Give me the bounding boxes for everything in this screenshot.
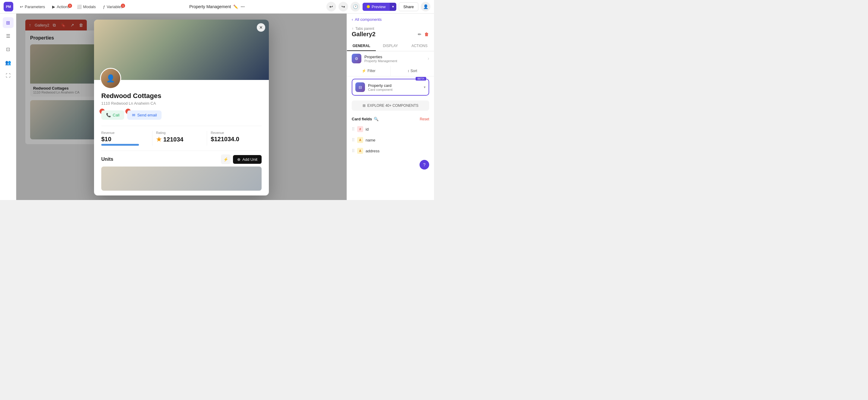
redo-btn[interactable]: ↪	[338, 2, 348, 11]
modal-units-header: Units ⚡ ⊕ Add Unit	[101, 150, 261, 167]
user-avatar[interactable]: 👤	[421, 2, 430, 11]
actions-badge: 3	[68, 4, 72, 8]
modal-header-image: ✕ 👤	[94, 20, 269, 80]
tab-general[interactable]: GENERAL	[347, 41, 376, 51]
nav-actions[interactable]: ▶ Actions 3	[49, 3, 73, 10]
back-icon: ‹	[352, 17, 353, 22]
nav-right: ↩ ↪ 🕐 Preview ▾ Share 👤	[327, 2, 430, 11]
units-actions: ⚡ ⊕ Add Unit	[221, 154, 261, 164]
sidebar-components[interactable]: ⊞	[3, 17, 13, 28]
parameters-icon: ↩	[20, 4, 23, 9]
field-type-address: A	[357, 148, 363, 154]
property-card-expand[interactable]: ▾	[424, 85, 426, 89]
field-row-name: ⠿ A name	[347, 135, 434, 145]
call-icon: 📞	[106, 113, 111, 117]
modal-subtitle: 1110 Redwood Ln Anaheim CA	[101, 101, 261, 106]
modal-title: Redwood Cottages	[101, 92, 261, 100]
sidebar-users[interactable]: 👥	[3, 57, 13, 68]
component-delete-btn[interactable]: 🗑	[424, 31, 429, 37]
drag-handle-id[interactable]: ⠿	[352, 127, 355, 132]
variables-icon: ƒ	[103, 4, 105, 9]
sort-button[interactable]: ↕ Sort	[391, 66, 434, 76]
email-btn-wrapper: ! ✉ Send email	[127, 110, 161, 120]
component-edit-btn[interactable]: ✏	[417, 31, 422, 37]
units-filter-button[interactable]: ⚡	[221, 154, 230, 164]
data-source-row[interactable]: ⚙ Properties Property Management ›	[347, 51, 434, 66]
field-name-name: name	[366, 138, 375, 142]
stat1-bar	[101, 144, 139, 146]
preview-dot	[367, 5, 370, 8]
modal: ✕ 👤 Redwood Cottages 1110 Redwood Ln Ana…	[94, 20, 269, 196]
panel-back-link[interactable]: ‹ All components	[347, 13, 434, 24]
share-button[interactable]: Share	[399, 2, 418, 11]
filter-button[interactable]: ⚡ Filter	[347, 66, 391, 76]
property-card-subtitle: Card component	[368, 88, 393, 91]
filter-sort-row: ⚡ Filter ↕ Sort	[347, 66, 434, 76]
stat3-label: Revenue	[211, 131, 258, 135]
call-button[interactable]: 📞 Call	[101, 110, 124, 120]
preview-btn-group: Preview ▾	[363, 3, 396, 11]
stat-rating: Rating ★ 121034	[153, 131, 207, 146]
tabs-parent-icon: ↑	[352, 27, 353, 31]
property-card-selected-left: ⊟ Property card Card component ▾	[355, 82, 426, 92]
drag-handle-address[interactable]: ⠿	[352, 148, 355, 153]
modal-close-button[interactable]: ✕	[257, 23, 265, 32]
modal-stats: Revenue $10 Rating ★ 121034	[101, 126, 261, 146]
more-icon[interactable]: •••	[241, 4, 245, 9]
component-action-btns: ✏ 🗑	[417, 31, 429, 37]
stat-revenue-2: Revenue $121034.0	[207, 131, 261, 146]
email-button[interactable]: ✉ Send email	[127, 110, 161, 120]
stat1-label: Revenue	[101, 131, 149, 135]
nav-modals[interactable]: ⬜ Modals	[74, 3, 99, 10]
undo-btn[interactable]: ↩	[327, 2, 336, 11]
drag-handle-name[interactable]: ⠿	[352, 138, 355, 142]
explore-components-button[interactable]: ⊞ EXPLORE 40+ COMPONENTS	[352, 101, 429, 111]
data-source-icon: ⚙	[352, 54, 361, 63]
app-logo[interactable]: PM	[4, 2, 13, 11]
property-card-selected-row[interactable]: BETA ⊟ Property card Card component ▾	[352, 79, 429, 96]
data-source-subtitle: Property Management	[364, 59, 397, 63]
grid-icon: ⊞	[363, 104, 366, 108]
component-name-row: Gallery2 ✏ 🗑	[347, 31, 434, 41]
modal-actions: ! 📞 Call ! ✉ Send email	[101, 110, 261, 120]
variables-badge: 1	[121, 4, 125, 8]
unit-image-preview	[101, 167, 261, 191]
left-sidebar: ⊞ ☰ ⊡ 👥 ⛶	[0, 13, 16, 200]
field-name-address: address	[366, 149, 379, 153]
reset-button[interactable]: Reset	[420, 117, 429, 121]
data-source-title: Properties	[364, 55, 397, 59]
modal-profile-avatar: 👤	[100, 68, 121, 89]
app-title-area: Property Management ✏️ •••	[189, 4, 245, 9]
add-unit-button[interactable]: ⊕ Add Unit	[233, 155, 261, 164]
help-button[interactable]: ?	[420, 160, 429, 170]
modals-icon: ⬜	[77, 4, 82, 9]
tab-actions[interactable]: ACTIONS	[405, 41, 434, 51]
history-btn[interactable]: 🕐	[350, 2, 360, 11]
search-icon[interactable]: 🔍	[374, 117, 378, 121]
sidebar-diagram[interactable]: ⛶	[3, 70, 13, 81]
modal-body: Redwood Cottages 1110 Redwood Ln Anaheim…	[94, 80, 269, 196]
modal-profile-image: 👤	[101, 69, 120, 88]
stat3-value: $121034.0	[211, 136, 258, 143]
filter-icon-small: ⚡	[362, 69, 366, 73]
navbar: PM ↩ Parameters ▶ Actions 3 ⬜ Modals ƒ V…	[0, 0, 434, 13]
stat2-label: Rating	[156, 131, 204, 135]
preview-arrow-button[interactable]: ▾	[390, 3, 396, 11]
preview-button[interactable]: Preview	[363, 3, 390, 11]
sidebar-layers[interactable]: ☰	[3, 30, 13, 41]
field-row-id: ⠿ # id	[347, 124, 434, 135]
nav-variables[interactable]: ƒ Variables 1	[100, 3, 126, 10]
app-title: Property Management	[189, 4, 231, 9]
email-icon: ✉	[132, 113, 135, 117]
nav-parameters[interactable]: ↩ Parameters	[17, 3, 48, 10]
tabs-parent-label: ↑ Tabs parent	[347, 24, 434, 31]
units-label: Units	[101, 156, 113, 162]
actions-icon: ▶	[52, 4, 55, 9]
field-type-id: #	[357, 126, 363, 132]
stat-revenue-1: Revenue $10	[101, 131, 153, 146]
sidebar-layout[interactable]: ⊡	[3, 44, 13, 55]
modal-overlay: ✕ 👤 Redwood Cottages 1110 Redwood Ln Ana…	[16, 13, 347, 200]
edit-icon[interactable]: ✏️	[233, 4, 238, 9]
call-btn-wrapper: ! 📞 Call	[101, 110, 124, 120]
tab-display[interactable]: DISPLAY	[376, 41, 405, 51]
